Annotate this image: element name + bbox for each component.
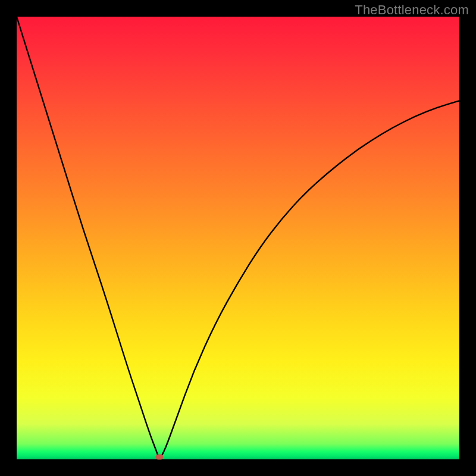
optimum-marker: [155, 454, 163, 459]
chart-frame: TheBottleneck.com: [0, 0, 476, 476]
plot-area: [17, 17, 459, 459]
watermark-text: TheBottleneck.com: [355, 2, 469, 18]
curve-svg: [17, 17, 459, 459]
bottleneck-curve: [17, 17, 459, 457]
